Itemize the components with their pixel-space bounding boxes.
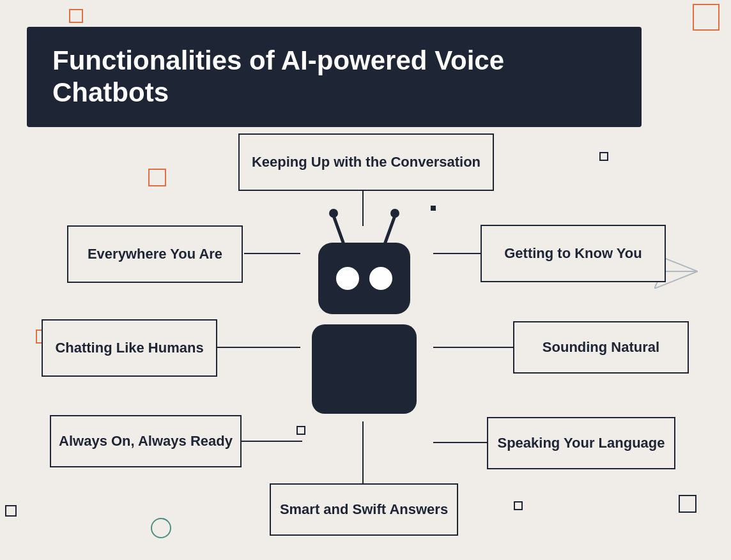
page-header: Functionalities of AI-powered Voice Chat… [27,27,642,127]
line-left-chatting [217,347,300,348]
deco-square-bottom-right [679,495,696,513]
box-always: Always On, Always Ready [50,415,242,467]
svg-point-8 [369,267,392,290]
line-right-getting [433,253,484,254]
deco-square-bottom-left2 [5,505,17,517]
deco-square-bottom-mid [514,501,523,510]
robot-illustration [294,204,435,421]
box-speaking: Speaking Your Language [487,417,675,469]
svg-rect-9 [312,324,417,414]
deco-circle-bottom-left [151,518,171,538]
box-chatting: Chatting Like Humans [42,319,217,377]
deco-square-right-top [599,152,608,161]
page-title: Functionalities of AI-powered Voice Chat… [52,45,616,109]
line-bottom [362,421,364,485]
deco-square-left-mid [148,169,166,186]
svg-point-3 [329,209,338,218]
deco-square-small-top [69,9,83,23]
line-right-sounding [433,347,516,348]
line-left-everywhere [244,253,300,254]
box-smart: Smart and Swift Answers [270,483,458,536]
deco-square-bot-mid2 [296,426,305,435]
box-getting: Getting to Know You [481,225,666,282]
box-sounding: Sounding Natural [513,321,689,374]
svg-point-7 [336,267,359,290]
line-left-always [242,441,302,442]
svg-rect-6 [318,243,410,314]
box-keeping: Keeping Up with the Conversation [238,133,494,191]
deco-square-top-right [693,4,719,31]
box-everywhere: Everywhere You Are [67,225,243,283]
robot-svg [294,204,435,421]
line-right-speaking [433,442,489,443]
svg-point-5 [390,209,399,218]
